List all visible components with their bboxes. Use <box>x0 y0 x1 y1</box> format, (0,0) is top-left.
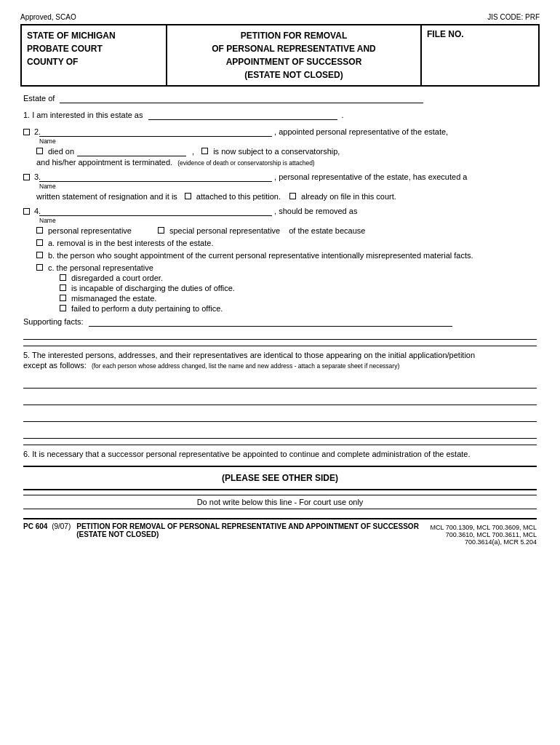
footer-code-text: PC 604 <box>23 522 47 530</box>
item2-name-field[interactable] <box>39 127 272 137</box>
please-see-label: (PLEASE SEE OTHER SIDE) <box>23 473 537 483</box>
approved-label: Approved, SCAO <box>20 13 76 21</box>
of-estate-label: of the estate because <box>289 226 365 235</box>
item4-name-field[interactable] <box>39 207 272 216</box>
item2-terminated-row: and his/her appointment is terminated. (… <box>36 158 537 167</box>
item6-label: 6. It is necessary that a successor pers… <box>23 450 471 458</box>
divider-thick <box>23 466 537 467</box>
item4c1-checkbox[interactable] <box>60 274 66 281</box>
item5-cont-row: except as follows: (for each person whos… <box>23 361 537 370</box>
item3-suffix: , personal representative of the estate,… <box>274 172 467 181</box>
item3-content: , personal representative of the estate,… <box>39 172 537 190</box>
personal-rep-checkbox[interactable] <box>36 227 43 234</box>
item3-row: 3. , personal representative of the esta… <box>23 172 537 190</box>
item4c4-checkbox[interactable] <box>60 305 66 311</box>
item3-sub: written statement of resignation and it … <box>36 192 537 201</box>
header-center: PETITION FOR REMOVAL OF PERSONAL REPRESE… <box>167 25 422 85</box>
item2-died-checkbox[interactable] <box>36 148 43 154</box>
estate-of-row: Estate of <box>23 94 537 103</box>
item4c1-row: disregarded a court order. <box>60 274 537 282</box>
item3-checkbox[interactable] <box>23 174 30 180</box>
item2-row: 2. , appointed personal representative o… <box>23 127 537 145</box>
personal-rep-label: personal representative <box>48 226 132 235</box>
court-use-bar: Do not write below this line - For court… <box>23 495 537 509</box>
item4a-row: a. removal is in the best interests of t… <box>36 239 537 247</box>
item4c2-label: is incapable of discharging the duties o… <box>71 284 235 292</box>
header-left: STATE OF MICHIGAN PROBATE COURT COUNTY O… <box>22 25 167 85</box>
special-rep-checkbox[interactable] <box>158 227 164 234</box>
divider-thick2 <box>23 489 537 490</box>
item4c-label: c. the personal representative <box>48 263 153 272</box>
item4c2-checkbox[interactable] <box>60 284 66 291</box>
item1-field[interactable] <box>148 111 337 120</box>
item4c4-row: failed to perform a duty pertaining to o… <box>60 304 537 313</box>
center-line3: APPOINTMENT OF SUCCESSOR <box>172 55 415 68</box>
conservatorship-checkbox[interactable] <box>201 148 208 154</box>
item5-line4[interactable] <box>23 426 537 439</box>
state-line2: PROBATE COURT <box>27 42 161 55</box>
onfile-checkbox[interactable] <box>289 193 296 199</box>
footer-main: PC 604 (9/07) PETITION FOR REMOVAL OF PE… <box>23 522 537 546</box>
item5-lines <box>23 375 537 439</box>
item2-name-label: Name <box>39 138 537 145</box>
item2-sub: died on , is now subject to a conservato… <box>36 147 537 167</box>
item4c2-row: is incapable of discharging the duties o… <box>60 284 537 292</box>
item3-checkbox-num: 3. <box>23 172 39 181</box>
footer-code: PC 604 (9/07) <box>23 522 71 546</box>
estate-of-field[interactable] <box>60 94 423 103</box>
item4-row: 4. , should be removed as Name <box>23 207 537 224</box>
item4b-checkbox[interactable] <box>36 252 43 258</box>
conservatorship-label: is now subject to a conservatorship, <box>213 147 340 156</box>
item2-content: , appointed personal representative of t… <box>39 127 537 145</box>
item4c3-checkbox[interactable] <box>60 295 66 301</box>
item2-suffix: , appointed personal representative of t… <box>274 127 448 136</box>
item4-content: , should be removed as Name <box>39 207 537 224</box>
footer-title-text: PETITION FOR REMOVAL OF PERSONAL REPRESE… <box>76 522 419 530</box>
died-on-label: died on <box>48 147 74 156</box>
item4c4-label: failed to perform a duty pertaining to o… <box>71 304 223 313</box>
footer-citations-text: MCL 700.1309, MCL 700.3609, MCL 700.3610… <box>425 524 537 546</box>
item4c-row: c. the personal representative <box>36 263 537 272</box>
item5-line3[interactable] <box>23 409 537 422</box>
evidence-note: (evidence of death or conservatorship is… <box>177 159 315 167</box>
item4-checkbox-num: 4. <box>23 207 39 215</box>
item5-label: 5. The interested persons, addresses, an… <box>23 351 475 359</box>
estate-of-label: Estate of <box>23 94 55 103</box>
item2-section: 2. , appointed personal representative o… <box>23 127 537 167</box>
special-rep-label: special personal representative <box>169 226 280 235</box>
item4a-checkbox[interactable] <box>36 239 43 246</box>
supporting-facts-label: Supporting facts: <box>23 317 84 326</box>
footer-date-text: (9/07) <box>52 522 71 530</box>
item3-name-label: Name <box>39 183 537 190</box>
item5-line2[interactable] <box>23 392 537 405</box>
footer-subtitle-text: (ESTATE NOT CLOSED) <box>76 530 419 538</box>
item4c3-row: mismanaged the estate. <box>60 294 537 303</box>
item4c-sub: disregarded a court order. is incapable … <box>60 274 537 313</box>
center-line2: OF PERSONAL REPRESENTATIVE AND <box>172 42 415 55</box>
item4c3-label: mismanaged the estate. <box>71 294 156 303</box>
died-on-field[interactable] <box>77 147 186 156</box>
item4b-label: b. the person who sought appointment of … <box>48 251 473 260</box>
item4-name-label: Name <box>39 217 537 224</box>
item1-period: . <box>342 111 344 119</box>
attached-checkbox[interactable] <box>185 193 191 199</box>
supporting-facts-line2 <box>23 328 537 340</box>
item4-checkbox[interactable] <box>23 208 30 215</box>
state-line1: STATE OF MICHIGAN <box>27 29 161 42</box>
item3-name-field[interactable] <box>39 172 272 182</box>
item5-line1[interactable] <box>23 375 537 389</box>
item4a-label: a. removal is in the best interests of t… <box>48 239 213 247</box>
footer: PC 604 (9/07) PETITION FOR REMOVAL OF PE… <box>23 518 537 546</box>
attached-label: attached to this petition. <box>196 192 281 201</box>
item5-row: 5. The interested persons, addresses, an… <box>23 351 537 359</box>
item3-section: 3. , personal representative of the esta… <box>23 172 537 201</box>
supporting-facts-field[interactable] <box>89 317 452 327</box>
item4-type-row: personal representative special personal… <box>36 226 537 235</box>
divider2 <box>23 445 537 445</box>
item2-died-row: died on , is now subject to a conservato… <box>36 147 537 156</box>
item4c-checkbox[interactable] <box>36 264 43 271</box>
item2-checkbox[interactable] <box>23 129 30 135</box>
footer-citations-block: MCL 700.1309, MCL 700.3609, MCL 700.3610… <box>425 522 537 546</box>
item4-suffix: , should be removed as <box>274 207 357 215</box>
file-no-label: FILE NO. <box>427 29 533 39</box>
